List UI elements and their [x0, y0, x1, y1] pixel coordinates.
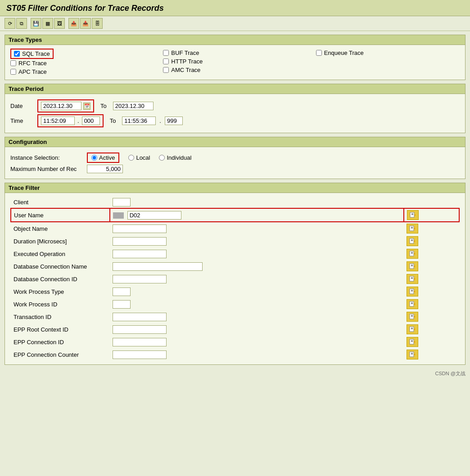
http-trace-label: HTTP Trace	[171, 58, 203, 65]
username-input[interactable]	[127, 211, 181, 220]
instance-radio-group: Active Local Individual	[87, 153, 191, 163]
toolbar-btn-refresh[interactable]: ⟳	[5, 18, 15, 29]
sql-trace-highlighted: SQL Trace	[10, 49, 54, 59]
trace-period-section: Trace Period Date 📅 To Time	[5, 84, 465, 133]
toolbar-btn-copy[interactable]: ⧉	[16, 18, 27, 29]
epp-conn-counter-input[interactable]	[113, 350, 167, 359]
epp-root-lookup-button[interactable]	[407, 324, 418, 334]
time-from-input[interactable]	[41, 117, 75, 125]
executed-op-lookup-button[interactable]	[407, 249, 418, 259]
trace-filter-section: Trace Filter Client User Name	[5, 183, 465, 365]
amc-trace-label: AMC Trace	[171, 67, 200, 73]
epp-root-label: EPP Root Context ID	[11, 323, 110, 336]
max-rec-row: Maximum Number of Rec	[10, 165, 460, 173]
client-input-cell	[110, 197, 404, 208]
epp-root-input[interactable]	[113, 325, 167, 334]
work-process-id-label: Work Process ID	[11, 298, 110, 310]
duration-input-cell	[110, 235, 404, 247]
amc-trace-item: AMC Trace	[163, 66, 307, 74]
db-conn-id-lookup-cell	[404, 273, 459, 285]
work-process-type-input[interactable]	[113, 287, 131, 296]
objectname-input[interactable]	[113, 225, 167, 233]
db-conn-id-lookup-button[interactable]	[407, 274, 418, 284]
duration-lookup-cell	[404, 235, 459, 247]
toolbar-btn-export[interactable]: 📤	[68, 18, 79, 29]
individual-radio-item: Individual	[159, 154, 191, 161]
instance-label: Instance Selection:	[10, 154, 82, 161]
epp-conn-id-input[interactable]	[113, 338, 167, 346]
transaction-id-input[interactable]	[113, 313, 167, 321]
time-row: Time . To .	[10, 114, 460, 127]
duration-lookup-button[interactable]	[407, 236, 418, 246]
toolbar: ⟳ ⧉ 💾 ▦ 🖼 📤 📥 🗄	[0, 16, 470, 31]
transaction-id-label: Transaction ID	[11, 310, 110, 323]
time-to-dot-sep: .	[158, 117, 162, 124]
table-row: EPP Root Context ID	[11, 323, 459, 336]
title-bar: ST05 Filter Conditions for Trace Records	[0, 0, 470, 16]
table-row: User Name	[11, 208, 459, 222]
sql-trace-checkbox[interactable]	[14, 51, 20, 57]
work-process-id-lookup-button[interactable]	[407, 299, 418, 309]
time-to-ms-input[interactable]	[165, 117, 183, 125]
client-lookup-cell	[404, 197, 459, 208]
date-label: Date	[10, 103, 37, 109]
apc-trace-checkbox[interactable]	[10, 69, 16, 75]
http-trace-checkbox[interactable]	[163, 58, 169, 64]
work-process-type-label: Work Process Type	[11, 285, 110, 298]
amc-trace-checkbox[interactable]	[163, 67, 169, 73]
instance-individual-radio[interactable]	[159, 155, 165, 161]
time-dot-sep: .	[77, 117, 80, 124]
trace-types-col1: SQL Trace RFC Trace APC Trace	[10, 49, 154, 76]
instance-row: Instance Selection: Active Local Individ…	[10, 153, 460, 163]
epp-conn-counter-lookup-cell	[404, 348, 459, 361]
trace-filter-header: Trace Filter	[5, 183, 465, 193]
max-rec-label: Maximum Number of Rec	[10, 166, 82, 172]
transaction-id-lookup-button[interactable]	[407, 312, 418, 322]
epp-conn-id-lookup-button[interactable]	[407, 337, 418, 347]
db-conn-name-lookup-button[interactable]	[407, 261, 418, 271]
toolbar-btn-grid[interactable]: ▦	[42, 18, 53, 29]
username-lookup-button[interactable]	[407, 210, 419, 220]
epp-root-input-cell	[110, 323, 404, 336]
date-from-input[interactable]	[41, 102, 81, 110]
transaction-id-input-cell	[110, 310, 404, 323]
work-process-type-input-cell	[110, 285, 404, 298]
username-input-cell	[110, 208, 404, 222]
configuration-section: Configuration Instance Selection: Active…	[5, 137, 465, 179]
client-input[interactable]	[113, 198, 131, 207]
date-row: Date 📅 To	[10, 99, 460, 112]
toolbar-btn-db[interactable]: 🗄	[92, 18, 103, 29]
trace-types-header: Trace Types	[5, 35, 465, 45]
time-to-input[interactable]	[122, 117, 156, 125]
work-process-id-input[interactable]	[113, 300, 131, 309]
toolbar-btn-image[interactable]: 🖼	[54, 18, 65, 29]
executed-op-input[interactable]	[113, 250, 167, 258]
epp-conn-counter-lookup-button[interactable]	[407, 350, 418, 359]
toolbar-btn-import[interactable]: 📥	[80, 18, 91, 29]
instance-local-radio[interactable]	[128, 155, 134, 161]
table-row: Transaction ID	[11, 310, 459, 323]
objectname-lookup-cell	[404, 222, 459, 235]
page-wrapper: ST05 Filter Conditions for Trace Records…	[0, 0, 470, 476]
table-row: Executed Operation	[11, 247, 459, 260]
table-row: Client	[11, 197, 459, 208]
objectname-lookup-button[interactable]	[407, 224, 418, 234]
max-rec-input[interactable]	[87, 165, 123, 173]
rfc-trace-checkbox[interactable]	[10, 60, 16, 66]
username-label: User Name	[11, 208, 110, 222]
objectname-input-cell	[110, 222, 404, 235]
toolbar-btn-save[interactable]: 💾	[31, 18, 41, 29]
date-to-input[interactable]	[113, 102, 154, 110]
enqueue-trace-checkbox[interactable]	[316, 50, 322, 56]
work-process-type-lookup-button[interactable]	[407, 287, 418, 296]
time-from-ms-input[interactable]	[82, 117, 100, 125]
epp-conn-id-input-cell	[110, 336, 404, 348]
sql-trace-label: SQL Trace	[22, 50, 50, 57]
duration-input[interactable]	[113, 237, 167, 246]
instance-active-radio[interactable]	[91, 155, 97, 161]
buf-trace-checkbox[interactable]	[163, 50, 169, 56]
db-conn-name-input[interactable]	[113, 262, 203, 271]
date-picker-button[interactable]: 📅	[83, 103, 90, 110]
db-conn-id-input[interactable]	[113, 275, 167, 283]
db-conn-id-label: Database Connection ID	[11, 273, 110, 285]
